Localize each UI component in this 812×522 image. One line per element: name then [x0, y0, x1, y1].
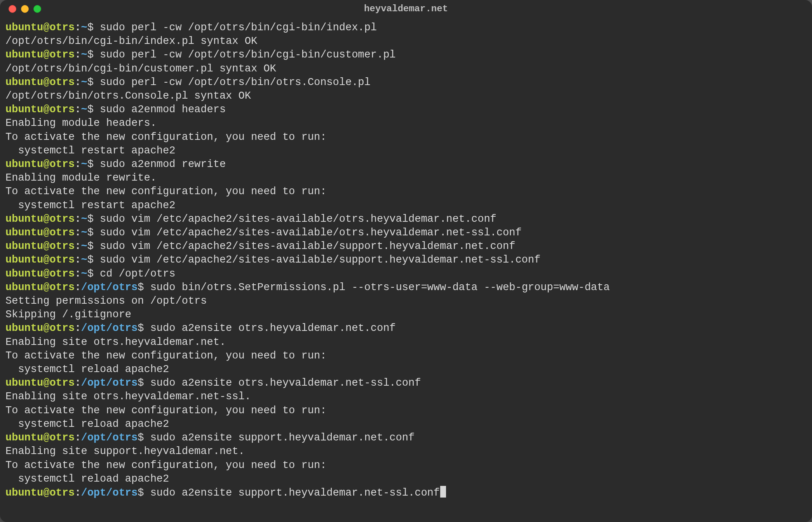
prompt-user-host: ubuntu@otrs	[5, 377, 75, 389]
prompt-user-host: ubuntu@otrs	[5, 22, 75, 33]
prompt-symbol: $	[87, 22, 100, 33]
prompt-user-host: ubuntu@otrs	[5, 432, 75, 444]
prompt-symbol: $	[87, 77, 100, 88]
prompt-path: /opt/otrs	[81, 282, 138, 293]
terminal-command-line: ubuntu@otrs:~$ sudo perl -cw /opt/otrs/b…	[5, 76, 807, 89]
prompt-path-home: ~	[81, 77, 87, 88]
prompt-path: /opt/otrs	[81, 322, 138, 334]
terminal-output-line: Setting permissions on /opt/otrs	[5, 294, 807, 308]
terminal-output-line: To activate the new configuration, you n…	[5, 185, 807, 198]
terminal-command: sudo vim /etc/apache2/sites-available/ot…	[100, 213, 497, 225]
prompt-user-host: ubuntu@otrs	[5, 49, 75, 61]
prompt-path-home: ~	[81, 213, 87, 225]
prompt-symbol: $	[87, 104, 100, 115]
window-controls	[9, 5, 41, 13]
terminal-output-line: To activate the new configuration, you n…	[5, 404, 807, 418]
prompt-colon: :	[75, 213, 81, 225]
terminal-command: sudo a2ensite support.heyvaldemar.net.co…	[150, 432, 415, 444]
cursor-icon	[440, 486, 446, 498]
terminal-command: sudo perl -cw /opt/otrs/bin/cgi-bin/cust…	[100, 49, 396, 61]
terminal-output-line: systemctl reload apache2	[5, 418, 807, 431]
prompt-path-home: ~	[81, 49, 87, 61]
terminal-output-line: systemctl reload apache2	[5, 472, 807, 486]
terminal-command-line: ubuntu@otrs:~$ sudo perl -cw /opt/otrs/b…	[5, 21, 807, 35]
prompt-symbol: $	[87, 227, 100, 238]
zoom-icon[interactable]	[33, 5, 41, 13]
terminal-command: sudo vim /etc/apache2/sites-available/su…	[100, 254, 540, 266]
terminal-command: sudo a2enmod rewrite	[100, 158, 226, 170]
prompt-symbol: $	[138, 432, 150, 444]
terminal-command-line-current[interactable]: ubuntu@otrs:/opt/otrs$ sudo a2ensite sup…	[5, 486, 807, 500]
terminal-command: cd /opt/otrs	[100, 268, 175, 280]
prompt-user-host: ubuntu@otrs	[5, 268, 75, 280]
minimize-icon[interactable]	[21, 5, 29, 13]
prompt-colon: :	[75, 22, 81, 33]
prompt-path-home: ~	[81, 158, 87, 170]
prompt-path-home: ~	[81, 227, 87, 238]
terminal-output-line: To activate the new configuration, you n…	[5, 349, 807, 363]
prompt-symbol: $	[87, 268, 100, 280]
prompt-symbol: $	[87, 213, 100, 225]
prompt-user-host: ubuntu@otrs	[5, 240, 75, 252]
terminal-output-line: /opt/otrs/bin/otrs.Console.pl syntax OK	[5, 89, 807, 103]
terminal-command-line: ubuntu@otrs:~$ sudo vim /etc/apache2/sit…	[5, 240, 807, 253]
terminal-command: sudo vim /etc/apache2/sites-available/su…	[100, 240, 515, 252]
prompt-colon: :	[75, 322, 81, 334]
terminal-output-line: systemctl restart apache2	[5, 144, 807, 158]
prompt-colon: :	[75, 377, 81, 389]
prompt-colon: :	[75, 49, 81, 61]
prompt-symbol: $	[138, 377, 150, 389]
prompt-user-host: ubuntu@otrs	[5, 77, 75, 88]
prompt-path-home: ~	[81, 254, 87, 266]
terminal-output-line: Enabling site otrs.heyvaldemar.net-ssl.	[5, 390, 807, 404]
prompt-user-host: ubuntu@otrs	[5, 213, 75, 225]
terminal-command-line: ubuntu@otrs:/opt/otrs$ sudo a2ensite otr…	[5, 322, 807, 335]
prompt-colon: :	[75, 282, 81, 293]
terminal-output-line: Enabling site support.heyvaldemar.net.	[5, 445, 807, 458]
terminal-output-line: /opt/otrs/bin/cgi-bin/index.pl syntax OK	[5, 35, 807, 48]
prompt-colon: :	[75, 77, 81, 88]
prompt-colon: :	[75, 487, 81, 499]
prompt-user-host: ubuntu@otrs	[5, 227, 75, 238]
terminal-command: sudo vim /etc/apache2/sites-available/ot…	[100, 227, 522, 238]
terminal-output-line: Enabling module rewrite.	[5, 171, 807, 185]
terminal-command: sudo perl -cw /opt/otrs/bin/cgi-bin/inde…	[100, 22, 377, 33]
terminal-content[interactable]: ubuntu@otrs:~$ sudo perl -cw /opt/otrs/b…	[0, 18, 812, 500]
prompt-path-home: ~	[81, 240, 87, 252]
prompt-colon: :	[75, 240, 81, 252]
prompt-symbol: $	[87, 240, 100, 252]
terminal-output-line: To activate the new configuration, you n…	[5, 130, 807, 144]
terminal-output-line: Enabling module headers.	[5, 117, 807, 130]
terminal-output-line: systemctl reload apache2	[5, 363, 807, 376]
terminal-command: sudo bin/otrs.SetPermissions.pl --otrs-u…	[150, 282, 610, 293]
prompt-symbol: $	[87, 254, 100, 266]
terminal-output-line: Skipping /.gitignore	[5, 308, 807, 322]
title-bar: heyvaldemar.net	[0, 0, 812, 18]
prompt-user-host: ubuntu@otrs	[5, 158, 75, 170]
prompt-user-host: ubuntu@otrs	[5, 254, 75, 266]
prompt-colon: :	[75, 227, 81, 238]
prompt-colon: :	[75, 254, 81, 266]
terminal-command-line: ubuntu@otrs:/opt/otrs$ sudo a2ensite otr…	[5, 376, 807, 390]
window-title: heyvaldemar.net	[0, 2, 812, 16]
terminal-command: sudo a2ensite otrs.heyvaldemar.net.conf	[150, 322, 396, 334]
prompt-symbol: $	[87, 49, 100, 61]
terminal-command-line: ubuntu@otrs:~$ sudo vim /etc/apache2/sit…	[5, 212, 807, 226]
close-icon[interactable]	[9, 5, 16, 13]
prompt-symbol: $	[87, 158, 100, 170]
terminal-command-line: ubuntu@otrs:/opt/otrs$ sudo a2ensite sup…	[5, 431, 807, 445]
prompt-path: /opt/otrs	[81, 487, 138, 499]
terminal-command-line: ubuntu@otrs:/opt/otrs$ sudo bin/otrs.Set…	[5, 281, 807, 294]
terminal-window: heyvaldemar.net ubuntu@otrs:~$ sudo perl…	[0, 0, 812, 522]
terminal-command-line: ubuntu@otrs:~$ sudo a2enmod rewrite	[5, 158, 807, 171]
terminal-command-line: ubuntu@otrs:~$ sudo vim /etc/apache2/sit…	[5, 226, 807, 240]
prompt-symbol: $	[138, 322, 150, 334]
terminal-command-line: ubuntu@otrs:~$ cd /opt/otrs	[5, 267, 807, 281]
prompt-path: /opt/otrs	[81, 377, 138, 389]
terminal-command: sudo perl -cw /opt/otrs/bin/otrs.Console…	[100, 77, 371, 88]
prompt-colon: :	[75, 432, 81, 444]
prompt-user-host: ubuntu@otrs	[5, 487, 75, 499]
terminal-command: sudo a2enmod headers	[100, 104, 226, 115]
prompt-symbol: $	[138, 487, 150, 499]
prompt-user-host: ubuntu@otrs	[5, 104, 75, 115]
